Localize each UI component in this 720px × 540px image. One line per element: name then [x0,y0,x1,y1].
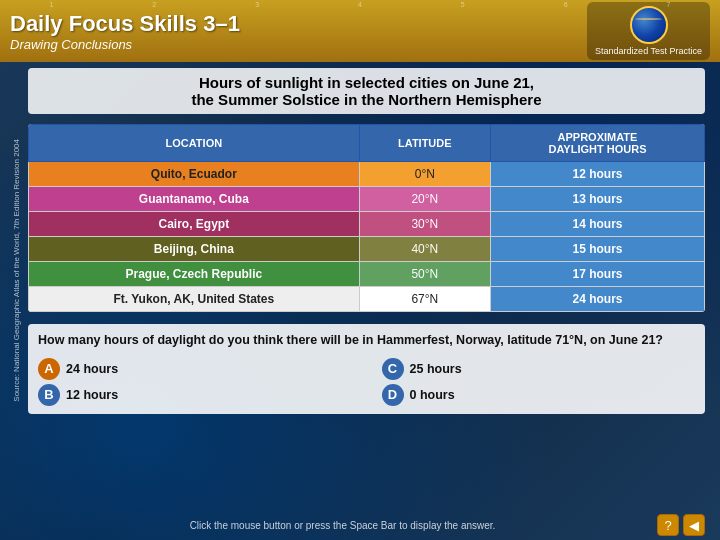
cell-latitude: 40°N [359,237,490,262]
header-bar: Daily Focus Skills 3–1 Drawing Conclusio… [0,0,720,62]
cell-hours: 17 hours [490,262,704,287]
cell-hours: 14 hours [490,212,704,237]
sunlight-table: LOCATION LATITUDE APPROXIMATEDAYLIGHT HO… [28,124,705,312]
table-row: Ft. Yukon, AK, United States67°N24 hours [29,287,705,312]
footer-buttons: ? ◀ [657,514,705,536]
cell-location: Beijing, China [29,237,360,262]
cell-latitude: 67°N [359,287,490,312]
col-hours: APPROXIMATEDAYLIGHT HOURS [490,125,704,162]
header-left: Daily Focus Skills 3–1 Drawing Conclusio… [10,11,240,52]
cell-hours: 24 hours [490,287,704,312]
answer-item-d[interactable]: D0 hours [382,384,696,406]
cell-location: Guantanamo, Cuba [29,187,360,212]
answer-letter-c: C [382,358,404,380]
page-subtitle: Drawing Conclusions [10,37,240,52]
badge-label: Standardized Test Practice [595,46,702,56]
page-title: Daily Focus Skills 3–1 [10,11,240,37]
cell-hours: 15 hours [490,237,704,262]
cell-latitude: 20°N [359,187,490,212]
table-row: Prague, Czech Republic50°N17 hours [29,262,705,287]
answer-item-c[interactable]: C25 hours [382,358,696,380]
answer-text-c: 25 hours [410,362,462,376]
back-button[interactable]: ◀ [683,514,705,536]
footer-instruction: Click the mouse button or press the Spac… [28,520,657,531]
col-latitude: LATITUDE [359,125,490,162]
table-row: Quito, Ecuador0°N12 hours [29,162,705,187]
answer-letter-b: B [38,384,60,406]
col-location: LOCATION [29,125,360,162]
answer-letter-a: A [38,358,60,380]
globe-icon [630,6,668,44]
cell-latitude: 30°N [359,212,490,237]
cell-latitude: 50°N [359,262,490,287]
table-row: Cairo, Egypt30°N14 hours [29,212,705,237]
cell-location: Cairo, Egypt [29,212,360,237]
answer-letter-d: D [382,384,404,406]
cell-location: Quito, Ecuador [29,162,360,187]
table-row: Guantanamo, Cuba20°N13 hours [29,187,705,212]
main-heading: Hours of sunlight in selected cities on … [28,68,705,114]
question-section: How many hours of daylight do you think … [28,324,705,414]
question-text: How many hours of daylight do you think … [38,332,695,350]
cell-hours: 13 hours [490,187,704,212]
answers-grid: A24 hoursC25 hoursB12 hoursD0 hours [38,358,695,406]
heading-line2: the Summer Solstice in the Northern Hemi… [38,91,695,108]
cell-location: Ft. Yukon, AK, United States [29,287,360,312]
table-header-row: LOCATION LATITUDE APPROXIMATEDAYLIGHT HO… [29,125,705,162]
cell-location: Prague, Czech Republic [29,262,360,287]
footer: Click the mouse button or press the Spac… [28,510,705,540]
answer-text-d: 0 hours [410,388,455,402]
badge-container: Standardized Test Practice [587,2,710,60]
side-label: Source: National Geographic Atlas of the… [8,100,24,440]
answer-item-a[interactable]: A24 hours [38,358,352,380]
answer-item-b[interactable]: B12 hours [38,384,352,406]
scale-marks-top: 1 2 3 4 5 6 7 [0,0,720,8]
cell-latitude: 0°N [359,162,490,187]
cell-hours: 12 hours [490,162,704,187]
table-row: Beijing, China40°N15 hours [29,237,705,262]
answer-text-b: 12 hours [66,388,118,402]
answer-text-a: 24 hours [66,362,118,376]
main-content: Hours of sunlight in selected cities on … [28,68,705,525]
heading-line1: Hours of sunlight in selected cities on … [38,74,695,91]
help-button[interactable]: ? [657,514,679,536]
source-label: Source: National Geographic Atlas of the… [12,139,21,402]
